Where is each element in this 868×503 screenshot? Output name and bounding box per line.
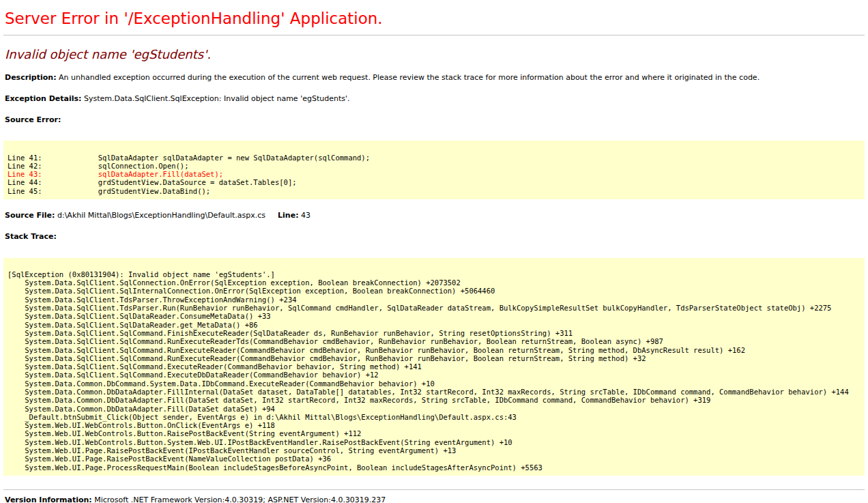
source-file-path: d:\Akhil Mittal\Blogs\ExceptionHandling\…	[57, 211, 265, 220]
server-error-page: Server Error in '/ExceptionHandling' App…	[3, 10, 865, 503]
code-line: Line 44: grdStudentView.DataSource = dat…	[8, 178, 297, 186]
description-text: An unhandled exception occurred during t…	[59, 73, 760, 82]
exception-details-row: Exception Details: System.Data.SqlClient…	[5, 94, 865, 104]
source-file-row: Source File: d:\Akhil Mittal\Blogs\Excep…	[5, 211, 865, 220]
description-row: Description: An unhandled exception occu…	[5, 73, 865, 83]
code-line: Line 41: SqlDataAdapter sqlDataAdapter =…	[8, 154, 370, 162]
version-info-row: Version Information: Microsoft .NET Fram…	[5, 495, 865, 503]
title-divider	[3, 35, 865, 35]
stack-trace-label-row: Stack Trace:	[5, 232, 865, 242]
footer-divider	[3, 489, 865, 490]
version-info-text: Microsoft .NET Framework Version:4.0.303…	[94, 495, 386, 503]
stack-trace-block: [SqlException (0x80131904): Invalid obje…	[3, 258, 865, 476]
source-error-label-row: Source Error:	[5, 115, 865, 125]
source-line-number: 43	[301, 211, 310, 220]
source-error-label: Source Error:	[5, 115, 61, 124]
code-line: Line 45: grdStudentView.DataBind();	[8, 187, 210, 195]
exception-details-text: System.Data.SqlClient.SqlException: Inva…	[84, 94, 349, 103]
error-subtitle: Invalid object name 'egStudents'.	[5, 47, 865, 61]
stack-trace-label: Stack Trace:	[5, 232, 57, 241]
source-line-label: Line:	[278, 211, 298, 220]
page-title: Server Error in '/ExceptionHandling' App…	[5, 10, 865, 27]
description-label: Description:	[5, 73, 57, 82]
error-code-line: Line 43: sqlDataAdapter.Fill(dataSet);	[8, 170, 223, 178]
code-line: Line 42: sqlConnection.Open();	[8, 162, 189, 170]
source-error-code-block: Line 41: SqlDataAdapter sqlDataAdapter =…	[3, 141, 865, 199]
exception-details-label: Exception Details:	[5, 94, 81, 103]
version-info-label: Version Information:	[5, 495, 92, 503]
source-file-label: Source File:	[5, 211, 55, 220]
